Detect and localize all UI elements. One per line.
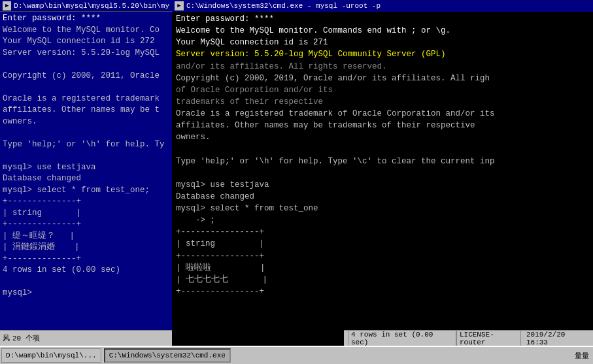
right-titlebar[interactable]: ▶ C:\Windows\system32\cmd.exe - mysql -u… (172, 0, 593, 12)
right-line-dbchanged: Database changed (176, 191, 589, 203)
right-content: Enter password: **** Welcome to the MySQ… (172, 12, 593, 346)
left-status-count: 20 个项 (12, 333, 40, 343)
status-license: LICENSE-router (456, 330, 521, 347)
left-footer: 4 rows in set (0.00 sec) (3, 265, 169, 276)
left-line-4: Server version: 5.5.20-log MySQL (3, 48, 169, 59)
right-line-select: mysql> select * from test_one (176, 203, 589, 214)
right-line-blank1 (176, 143, 589, 155)
left-content: Enter password: **** Welcome to the MySQ… (0, 12, 172, 364)
right-window-title: C:\Windows\system32\cmd.exe - mysql -uro… (186, 2, 381, 10)
left-line-3: Your MySQL connection id is 272 (3, 36, 169, 48)
taskbar-item-left[interactable]: D:\wamp\bin\mysql\... (1, 348, 101, 363)
right-table-row1: | 啦啦啦 | (176, 262, 589, 274)
taskbar-right: 量量 (575, 351, 593, 361)
left-prompt (3, 276, 169, 288)
taskbar-item-right-label: C:\Windows\system32\cmd.exe (109, 352, 226, 359)
right-table-header: | string | (176, 238, 589, 250)
left-line-6: Copyright (c) 2000, 2011, Oracle (3, 71, 169, 82)
right-line-oracle2: trademarks of their respective (176, 96, 589, 108)
left-line-12: Type 'help;' or '\h' for help. Ty (3, 139, 169, 151)
left-window-title: D:\wamp\bin\mysql\mysql5.5.20\bin\my (14, 2, 169, 10)
right-line-help: Type 'help;' or '\h' for help. Type '\c'… (176, 156, 589, 167)
left-table-sep2: +--------------+ (3, 219, 169, 231)
taskbar-item-right[interactable]: C:\Windows\system32\cmd.exe (104, 348, 231, 363)
left-status-bar: 风 20 个项 (0, 330, 172, 346)
left-window: ▶ D:\wamp\bin\mysql\mysql5.5.20\bin\my E… (0, 0, 172, 364)
left-line-1: Enter password: **** (3, 13, 169, 25)
right-line-rights: and/or its affiliates. All rights reserv… (176, 61, 589, 73)
left-table-row1: | 缇～眶缇？ | (3, 231, 169, 242)
right-line-copyright: Copyright (c) 2000, 2019, Oracle and/or … (176, 73, 589, 84)
right-table-sep3: +----------------+ (176, 286, 589, 297)
taskbar: D:\wamp\bin\mysql\... C:\Windows\system3… (0, 346, 593, 364)
right-window: ▶ C:\Windows\system32\cmd.exe - mysql -u… (172, 0, 593, 364)
left-line-8: Oracle is a registered trademark (3, 93, 169, 105)
right-line-use: mysql> use testjava (176, 179, 589, 191)
left-table-sep3: +--------------+ (3, 254, 169, 265)
status-left: 4 rows in set (0.00 sec) (348, 330, 456, 347)
right-footer (176, 297, 589, 309)
right-table-sep2: +----------------+ (176, 250, 589, 262)
status-datetime: 2019/2/20 16:33 (526, 331, 588, 346)
left-window-icon: ▶ (3, 1, 11, 10)
left-line-7 (3, 82, 169, 93)
status-right: LICENSE-router 2019/2/20 16:33 https://b… (456, 330, 593, 347)
right-line-oracle4: affiliates. Other names may be trademark… (176, 120, 589, 131)
taskbar-extra: 量量 (575, 351, 589, 361)
left-line-10: owners. (3, 116, 169, 128)
left-titlebar[interactable]: ▶ D:\wamp\bin\mysql\mysql5.5.20\bin\my (0, 0, 172, 12)
left-line-16: mysql> select * from test_one; (3, 185, 169, 197)
right-line-oracle3: Oracle is a registered trademark of Orac… (176, 108, 589, 120)
right-line-version: Server version: 5.5.20-log MySQL Communi… (176, 48, 589, 60)
taskbar-item-left-label: D:\wamp\bin\mysql\... (6, 352, 97, 359)
right-table-row2: | 七七七七七 | (176, 274, 589, 286)
right-line-blank2 (176, 167, 589, 179)
left-line-9: affiliates. Other names may be t (3, 105, 169, 116)
right-line-arrow: -> ; (176, 214, 589, 226)
left-prompt2: mysql> (3, 288, 169, 299)
status-rows: 4 rows in set (0.00 sec) (348, 330, 456, 347)
left-table-row2: | 涓鏈鍜涓婚 | (3, 242, 169, 254)
left-line-5 (3, 59, 169, 71)
left-line-15: Database changed (3, 173, 169, 185)
left-status-wind: 风 (3, 333, 10, 343)
right-line-password: Enter password: **** (176, 13, 589, 25)
right-line-oracle1: of Oracle Corporation and/or its (176, 84, 589, 96)
right-line-welcome: Welcome to the MySQL monitor. Commands e… (176, 25, 589, 37)
right-line-connid: Your MySQL connection id is 271 (176, 37, 589, 48)
left-line-2: Welcome to the MySQL monitor. Co (3, 25, 169, 37)
left-line-14: mysql> use testjava (3, 162, 169, 174)
left-table-sep1: +--------------+ (3, 196, 169, 208)
left-table-header: | string | (3, 208, 169, 220)
desktop: ▶ D:\wamp\bin\mysql\mysql5.5.20\bin\my E… (0, 0, 593, 364)
right-window-icon: ▶ (175, 1, 184, 10)
right-status-bar: 4 rows in set (0.00 sec) LICENSE-router … (344, 330, 593, 346)
left-line-13 (3, 150, 169, 162)
right-line-owners: owners. (176, 131, 589, 143)
right-table-sep1: +----------------+ (176, 226, 589, 238)
left-line-11 (3, 127, 169, 139)
